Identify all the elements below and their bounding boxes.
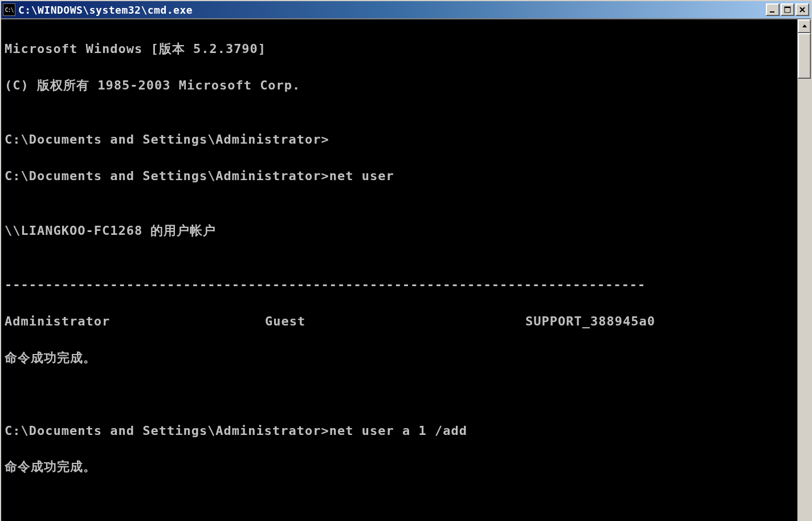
minimize-button[interactable]	[766, 3, 780, 16]
chevron-up-icon	[802, 23, 807, 29]
svg-rect-2	[785, 7, 790, 8]
terminal-line: \\LIANGKOO-FC1268 的用户帐户	[5, 222, 794, 240]
user-col: SUPPORT_388945a0	[525, 312, 786, 331]
scroll-thumb[interactable]	[798, 33, 811, 79]
user-list-row: AdministratorGuestSUPPORT_388945a0	[5, 312, 794, 331]
close-button[interactable]	[795, 3, 809, 16]
terminal-line: Microsoft Windows [版本 5.2.3790]	[5, 40, 794, 58]
terminal-output[interactable]: Microsoft Windows [版本 5.2.3790] (C) 版权所有…	[1, 19, 797, 521]
cmd-window: C:\ C:\WINDOWS\system32\cmd.exe Microsof…	[0, 0, 812, 521]
maximize-icon	[784, 6, 791, 13]
window-content: Microsoft Windows [版本 5.2.3790] (C) 版权所有…	[1, 18, 811, 521]
terminal-command: C:\Documents and Settings\Administrator>…	[5, 422, 794, 440]
svg-rect-0	[770, 11, 774, 13]
terminal-line: 命令成功完成。	[5, 458, 794, 476]
window-controls	[766, 3, 809, 16]
terminal-divider: ----------------------------------------…	[5, 276, 794, 294]
terminal-command: C:\Documents and Settings\Administrator>…	[5, 167, 794, 185]
vertical-scrollbar[interactable]	[797, 19, 811, 521]
close-icon	[799, 6, 806, 13]
user-col: Guest	[265, 312, 525, 331]
user-col: Administrator	[5, 312, 265, 331]
titlebar[interactable]: C:\ C:\WINDOWS\system32\cmd.exe	[1, 1, 811, 18]
window-title: C:\WINDOWS\system32\cmd.exe	[18, 4, 766, 16]
cmd-icon: C:\	[3, 3, 15, 16]
terminal-line: 命令成功完成。	[5, 349, 794, 367]
maximize-button[interactable]	[781, 3, 794, 16]
terminal-prompt: C:\Documents and Settings\Administrator>	[5, 131, 794, 149]
scroll-track[interactable]	[798, 33, 811, 521]
terminal-line: (C) 版权所有 1985-2003 Microsoft Corp.	[5, 76, 794, 95]
minimize-icon	[769, 6, 776, 13]
scroll-up-button[interactable]	[798, 19, 811, 33]
